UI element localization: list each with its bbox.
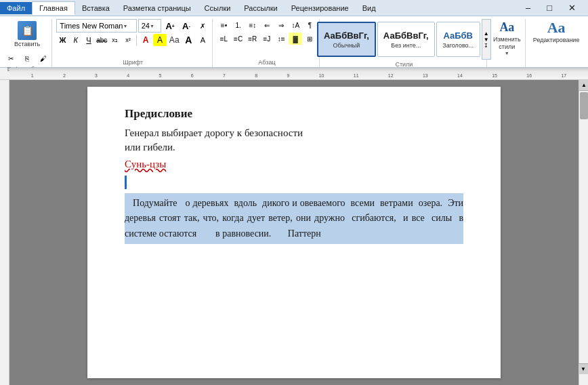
font-label: Шрифт [123, 58, 144, 66]
styles-group: АаБбВвГг, Обычный АаБбВвГг, Без инте... … [321, 19, 487, 67]
align-left-btn[interactable]: ≡L [217, 33, 230, 45]
change-styles-group: Аа Изменитьстили ▼ [488, 19, 526, 67]
styles-label: Стили [395, 60, 413, 68]
scroll-up-btn[interactable]: ▲ [579, 80, 588, 91]
style-no-spacing[interactable]: АаБбВвГг, Без инте... [377, 22, 435, 57]
page: Предисловие Генерал выбирает дорогу к бе… [87, 87, 501, 378]
font-name-input[interactable]: Times New Roman ▼ [56, 19, 136, 33]
menu-insert[interactable]: Вставка [75, 2, 117, 14]
grow-font-btn[interactable]: A [182, 34, 195, 46]
menu-bar: Файл Главная Вставка Разметка страницы С… [0, 0, 588, 16]
pilcrow-btn[interactable]: ¶ [303, 19, 316, 31]
subscript-button[interactable]: x₂ [108, 34, 121, 46]
line-spacing-btn[interactable]: ↕≡ [274, 33, 288, 45]
superscript-button[interactable]: x² [122, 34, 134, 46]
ribbon: 📋 Вставить ✂ ⎘ 🖌 Буфер обме... Times New… [0, 16, 588, 68]
document-area[interactable]: Предисловие Генерал выбирает дорогу к бе… [9, 80, 579, 385]
paragraph-label: Абзац [258, 58, 275, 66]
italic-button[interactable]: К [70, 34, 82, 46]
strikethrough-button[interactable]: abc [96, 34, 108, 46]
font-size-dropdown[interactable]: ▼ [150, 24, 154, 28]
document-title: Предисловие [125, 107, 463, 121]
menu-references[interactable]: Ссылки [198, 2, 238, 14]
highlight-btn[interactable]: A [153, 34, 167, 46]
change-styles-button[interactable]: Аа Изменитьстили ▼ [490, 19, 524, 57]
main-content: 12 34 56 78 910 1112 1314 1516 17 [0, 68, 588, 385]
menu-view[interactable]: Вид [356, 2, 383, 14]
paragraph-group: ≡• 1. ≡↕ ⇐ ⇒ ↕A ¶ ≡L ≡C ≡R ≡J ↕≡ ▓ ⊞ [214, 19, 320, 67]
maximize-btn[interactable]: □ [540, 1, 559, 15]
editing-button[interactable]: Аа Редактирование [528, 19, 585, 45]
menu-file[interactable]: Файл [0, 2, 32, 14]
menu-layout[interactable]: Разметка страницы [117, 2, 198, 14]
paste-label: Вставить [14, 41, 40, 47]
cut-button[interactable]: ✂ [3, 52, 18, 64]
copy-button[interactable]: ⎘ [20, 52, 35, 64]
clipboard-group: 📋 Вставить ✂ ⎘ 🖌 Буфер обме... [3, 19, 52, 67]
minimize-btn[interactable]: – [519, 1, 537, 15]
paste-icon: 📋 [18, 21, 37, 40]
style-heading[interactable]: АаБбВ Заголово... [436, 22, 480, 57]
underline-button[interactable]: Ч [83, 34, 95, 46]
text-color-btn[interactable]: A [139, 34, 152, 46]
styles-section: АаБбВвГг, Обычный АаБбВвГг, Без инте... … [317, 19, 491, 60]
text-cursor [125, 176, 127, 189]
format-painter-button[interactable]: 🖌 [36, 52, 51, 64]
font-size-input[interactable]: 24 ▼ [138, 19, 162, 33]
bold-button[interactable]: Ж [56, 34, 68, 46]
close-btn[interactable]: ✕ [562, 1, 583, 15]
document-author: Сунь-цзы [125, 159, 463, 170]
decrease-font-btn[interactable]: A- [179, 20, 194, 32]
clear-format-btn[interactable]: ✗ [195, 20, 210, 32]
shrink-font-btn[interactable]: A [196, 34, 209, 46]
cursor-area [125, 176, 463, 189]
scroll-down-btn[interactable]: ▼ [579, 363, 588, 374]
align-center-btn[interactable]: ≡C [232, 33, 245, 45]
borders-btn[interactable]: ⊞ [303, 33, 316, 45]
menu-mailings[interactable]: Рассылки [237, 2, 284, 14]
font-color-btn[interactable]: Аа [167, 34, 181, 46]
numbering-btn[interactable]: 1. [232, 19, 245, 31]
align-right-btn[interactable]: ≡R [246, 33, 259, 45]
document-subtitle: Генерал выбирает дорогу к безопасностиил… [125, 126, 463, 155]
bullets-btn[interactable]: ≡• [217, 19, 230, 31]
font-name-dropdown[interactable]: ▼ [123, 24, 127, 28]
sort-btn[interactable]: ↕A [289, 19, 302, 31]
font-group: Times New Roman ▼ 24 ▼ A+ A- ✗ Ж К Ч [54, 19, 213, 67]
multilevel-btn[interactable]: ≡↕ [246, 19, 259, 31]
right-scrollbar[interactable]: ▲ ▼ [579, 80, 588, 385]
document-body-selected[interactable]: Подумайте о деревьях вдоль дикого и овев… [125, 193, 463, 244]
decrease-indent-btn[interactable]: ⇐ [260, 19, 274, 31]
increase-indent-btn[interactable]: ⇒ [274, 19, 288, 31]
increase-font-btn[interactable]: A+ [163, 20, 177, 32]
scrollbar-thumb[interactable] [580, 92, 588, 119]
app-container: Файл Главная Вставка Разметка страницы С… [0, 0, 588, 385]
shading-btn[interactable]: ▓ [289, 33, 302, 45]
menu-review[interactable]: Рецензирование [285, 2, 356, 14]
left-bar [0, 68, 9, 385]
editing-group: Аа Редактирование [527, 19, 585, 67]
paste-button[interactable]: 📋 Вставить [9, 19, 45, 49]
justify-btn[interactable]: ≡J [260, 33, 274, 45]
style-normal[interactable]: АаБбВвГг, Обычный [317, 22, 376, 57]
ruler: 12 34 56 78 910 1112 1314 1516 17 [9, 68, 588, 80]
menu-home[interactable]: Главная [32, 1, 75, 15]
